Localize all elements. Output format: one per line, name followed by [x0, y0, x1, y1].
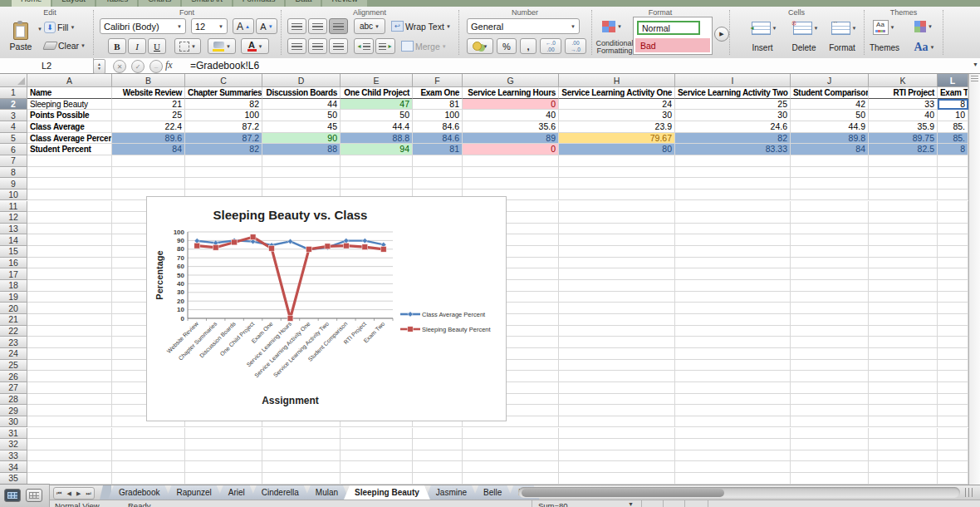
cell-L33[interactable]	[938, 450, 968, 462]
cell-K11[interactable]	[869, 201, 938, 213]
row-header-1[interactable]: 1	[0, 87, 27, 99]
cell-D35[interactable]	[262, 473, 341, 485]
cell-J27[interactable]	[791, 382, 869, 394]
cell-I28[interactable]	[675, 394, 791, 406]
row-header-3[interactable]: 3	[0, 110, 27, 121]
cell-H27[interactable]	[559, 382, 675, 394]
page-layout-view-button[interactable]	[26, 489, 42, 502]
cell-L23[interactable]	[938, 337, 968, 348]
cell-I12[interactable]	[675, 212, 791, 224]
cell-K27[interactable]	[869, 382, 938, 394]
cell-L1[interactable]: Exam Two	[938, 87, 968, 99]
cell-L11[interactable]	[938, 201, 968, 213]
column-header-F[interactable]: F	[413, 74, 463, 87]
cell-K35[interactable]	[869, 473, 938, 485]
increase-indent-button[interactable]: ▸	[375, 38, 395, 54]
cell-I11[interactable]	[675, 201, 791, 213]
cell-K12[interactable]	[869, 212, 938, 224]
cell-A24[interactable]	[27, 348, 112, 360]
cell-D1[interactable]: Discussion Boards	[262, 87, 341, 99]
sheet-nav-arrows[interactable]: ⏮ ◀ ▶ ⏭	[53, 487, 95, 500]
vertical-scrollbar[interactable]	[968, 74, 980, 485]
cell-D3[interactable]: 50	[262, 110, 341, 121]
cell-H19[interactable]	[559, 292, 675, 303]
cell-J8[interactable]	[791, 167, 869, 179]
cell-J23[interactable]	[791, 337, 869, 348]
cell-J26[interactable]	[791, 371, 869, 382]
cell-A8[interactable]	[27, 167, 112, 179]
shrink-font-button[interactable]: A▼	[256, 18, 277, 34]
cell-G32[interactable]	[463, 439, 559, 450]
cell-G5[interactable]: 89	[463, 133, 559, 145]
cell-L34[interactable]	[938, 461, 968, 473]
cell-D2[interactable]: 44	[262, 99, 341, 111]
text-orientation-button[interactable]: abc▼	[354, 18, 385, 34]
align-top-button[interactable]	[287, 18, 306, 34]
cell-G6[interactable]: 0	[463, 144, 559, 155]
cell-J25[interactable]	[791, 360, 869, 372]
cell-B34[interactable]	[112, 461, 185, 473]
cell-B31[interactable]	[112, 428, 185, 440]
cell-D6[interactable]: 88	[262, 144, 341, 155]
row-header-27[interactable]: 27	[0, 382, 27, 394]
cell-L17[interactable]	[938, 268, 968, 280]
cell-K14[interactable]	[869, 234, 938, 246]
cell-K26[interactable]	[869, 371, 938, 382]
cell-A17[interactable]	[27, 268, 112, 280]
confirm-entry-button[interactable]: ✓	[131, 60, 145, 73]
column-header-D[interactable]: D	[262, 74, 341, 87]
cell-A19[interactable]	[27, 292, 112, 303]
cell-I31[interactable]	[675, 428, 791, 440]
cell-J33[interactable]	[791, 450, 869, 462]
cell-G34[interactable]	[463, 461, 559, 473]
cell-G35[interactable]	[463, 473, 559, 485]
cell-I35[interactable]	[675, 473, 791, 485]
cell-I20[interactable]	[675, 303, 791, 314]
cell-K34[interactable]	[869, 461, 938, 473]
insert-cells-button[interactable]: ◂ ▼	[747, 20, 781, 37]
cell-F31[interactable]	[413, 428, 463, 440]
align-bottom-button[interactable]	[329, 18, 348, 34]
ribbon-tab-smartart[interactable]: SmartArt	[182, 0, 231, 7]
cell-E9[interactable]	[341, 178, 413, 190]
cell-J10[interactable]	[791, 190, 869, 201]
cell-I8[interactable]	[675, 167, 791, 179]
ribbon-tab-formulas[interactable]: Formulas	[233, 0, 285, 7]
cell-D5[interactable]: 90	[262, 133, 341, 145]
cell-K22[interactable]	[869, 326, 938, 337]
cell-A9[interactable]	[27, 178, 112, 190]
row-header-21[interactable]: 21	[0, 314, 27, 326]
cell-H35[interactable]	[559, 473, 675, 485]
cell-C35[interactable]	[185, 473, 262, 485]
cell-E1[interactable]: One Child Project	[341, 87, 413, 99]
cell-I13[interactable]	[675, 224, 791, 235]
row-header-31[interactable]: 31	[0, 428, 27, 440]
cell-A29[interactable]	[27, 405, 112, 416]
row-header-20[interactable]: 20	[0, 303, 27, 314]
cell-I1[interactable]: Service Learning Activity Two	[675, 87, 791, 99]
row-header-28[interactable]: 28	[0, 394, 27, 406]
cell-L6[interactable]: 8	[938, 144, 968, 155]
cell-A32[interactable]	[27, 439, 112, 450]
cell-J34[interactable]	[791, 461, 869, 473]
cell-A10[interactable]	[27, 190, 112, 201]
cell-A3[interactable]: Points Possible	[27, 110, 112, 121]
cell-L14[interactable]	[938, 234, 968, 246]
sheet-tab-cinderella[interactable]: Cinderella	[251, 485, 310, 500]
currency-button[interactable]: ▼	[467, 38, 493, 54]
cell-I7[interactable]	[675, 155, 791, 167]
cell-I18[interactable]	[675, 280, 791, 292]
fill-button[interactable]: ⬇ Fill ▼	[43, 20, 91, 35]
cell-A11[interactable]	[27, 201, 112, 213]
row-header-19[interactable]: 19	[0, 292, 27, 303]
cell-H11[interactable]	[559, 201, 675, 213]
next-sheet-icon[interactable]: ▶	[76, 490, 81, 497]
row-header-24[interactable]: 24	[0, 348, 27, 360]
cell-K20[interactable]	[869, 303, 938, 314]
last-sheet-icon[interactable]: ⏭	[86, 490, 91, 497]
cell-A1[interactable]: Name	[27, 87, 112, 99]
column-header-C[interactable]: C	[185, 74, 262, 87]
scrollbar-split-handle[interactable]	[971, 76, 978, 81]
cell-I2[interactable]: 25	[675, 99, 791, 111]
paste-dropdown-icon[interactable]: ▼	[37, 27, 42, 32]
